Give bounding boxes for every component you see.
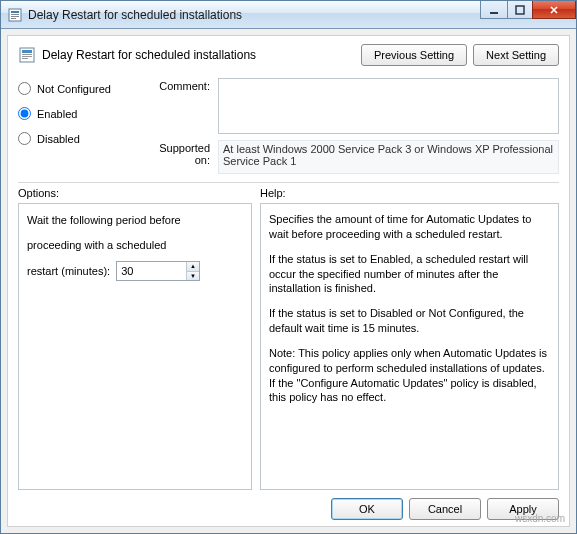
maximize-button[interactable] xyxy=(507,1,533,19)
dialog-content: Delay Restart for scheduled installation… xyxy=(7,35,570,527)
spinner-down-button[interactable]: ▼ xyxy=(187,272,199,281)
svg-rect-3 xyxy=(11,16,19,17)
radio-disabled-label: Disabled xyxy=(37,133,80,145)
minimize-button[interactable] xyxy=(480,1,508,19)
option-text-2: proceeding with a scheduled xyxy=(27,237,243,254)
state-radios: Not Configured Enabled Disabled xyxy=(18,78,148,157)
dialog-window: Delay Restart for scheduled installation… xyxy=(0,0,577,534)
previous-setting-button[interactable]: Previous Setting xyxy=(361,44,467,66)
titlebar[interactable]: Delay Restart for scheduled installation… xyxy=(1,1,576,29)
policy-header-icon xyxy=(18,46,36,64)
radio-not-configured-label: Not Configured xyxy=(37,83,111,95)
comment-label: Comment: xyxy=(148,78,218,92)
spinner-arrows: ▲ ▼ xyxy=(186,262,199,280)
restart-minutes-row: restart (minutes): ▲ ▼ xyxy=(27,261,243,281)
svg-rect-2 xyxy=(11,14,19,15)
panels-header: Options: Help: xyxy=(18,187,559,199)
svg-rect-1 xyxy=(11,11,19,13)
restart-minutes-input[interactable] xyxy=(117,262,186,280)
close-button[interactable] xyxy=(532,1,576,19)
help-panel: Specifies the amount of time for Automat… xyxy=(260,203,559,490)
svg-rect-6 xyxy=(516,6,524,14)
radio-enabled-label: Enabled xyxy=(37,108,77,120)
help-paragraph: Specifies the amount of time for Automat… xyxy=(269,212,550,242)
svg-rect-4 xyxy=(11,18,16,19)
supported-field: At least Windows 2000 Service Pack 3 or … xyxy=(218,140,559,174)
radio-disabled[interactable]: Disabled xyxy=(18,132,148,145)
help-paragraph: If the status is set to Enabled, a sched… xyxy=(269,252,550,297)
close-icon xyxy=(549,5,559,15)
help-label: Help: xyxy=(260,187,286,199)
meta-area: Not Configured Enabled Disabled Comment:… xyxy=(18,78,559,174)
restart-minutes-label: restart (minutes): xyxy=(27,265,110,277)
svg-rect-12 xyxy=(22,56,32,57)
svg-rect-10 xyxy=(22,50,32,53)
options-panel: Wait the following period before proceed… xyxy=(18,203,252,490)
minimize-icon xyxy=(489,5,499,15)
cancel-button[interactable]: Cancel xyxy=(409,498,481,520)
nav-buttons: Previous Setting Next Setting xyxy=(361,44,559,66)
window-controls xyxy=(481,1,576,19)
divider xyxy=(18,182,559,183)
option-text-1: Wait the following period before xyxy=(27,212,243,229)
svg-rect-5 xyxy=(490,12,498,14)
header-row: Delay Restart for scheduled installation… xyxy=(18,44,559,66)
options-label: Options: xyxy=(18,187,260,199)
radio-disabled-input[interactable] xyxy=(18,132,31,145)
svg-rect-13 xyxy=(22,58,28,59)
radio-not-configured-input[interactable] xyxy=(18,82,31,95)
policy-icon xyxy=(7,7,23,23)
help-paragraph: Note: This policy applies only when Auto… xyxy=(269,346,550,405)
maximize-icon xyxy=(515,5,525,15)
window-title: Delay Restart for scheduled installation… xyxy=(28,8,481,22)
ok-button[interactable]: OK xyxy=(331,498,403,520)
radio-enabled-input[interactable] xyxy=(18,107,31,120)
comment-field[interactable] xyxy=(218,78,559,134)
radio-not-configured[interactable]: Not Configured xyxy=(18,82,148,95)
spinner-up-button[interactable]: ▲ xyxy=(187,262,199,272)
radio-enabled[interactable]: Enabled xyxy=(18,107,148,120)
next-setting-button[interactable]: Next Setting xyxy=(473,44,559,66)
panels: Wait the following period before proceed… xyxy=(18,203,559,490)
dialog-heading: Delay Restart for scheduled installation… xyxy=(42,48,361,62)
svg-rect-11 xyxy=(22,54,32,55)
apply-button[interactable]: Apply xyxy=(487,498,559,520)
help-paragraph: If the status is set to Disabled or Not … xyxy=(269,306,550,336)
supported-label: Supported on: xyxy=(148,140,218,166)
restart-minutes-spinner[interactable]: ▲ ▼ xyxy=(116,261,200,281)
dialog-footer: OK Cancel Apply xyxy=(18,490,559,520)
